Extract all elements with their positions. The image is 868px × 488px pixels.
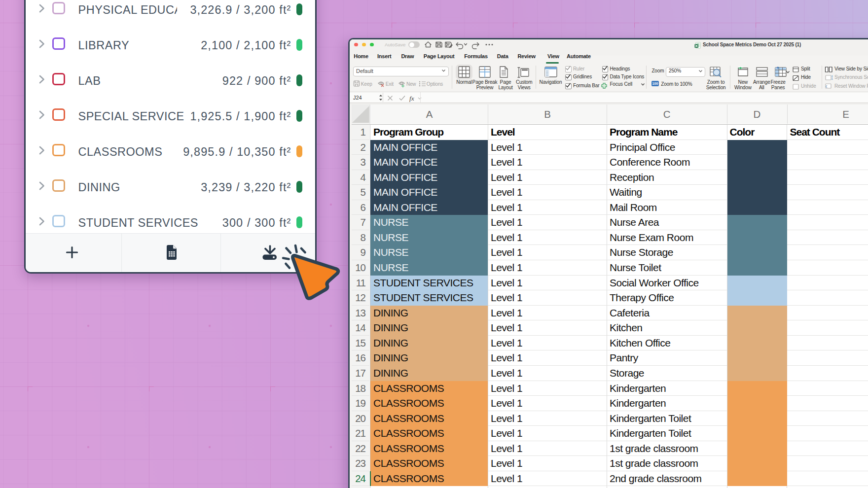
svg-text:*: * [777, 67, 779, 71]
svg-text:fx: fx [409, 95, 414, 102]
